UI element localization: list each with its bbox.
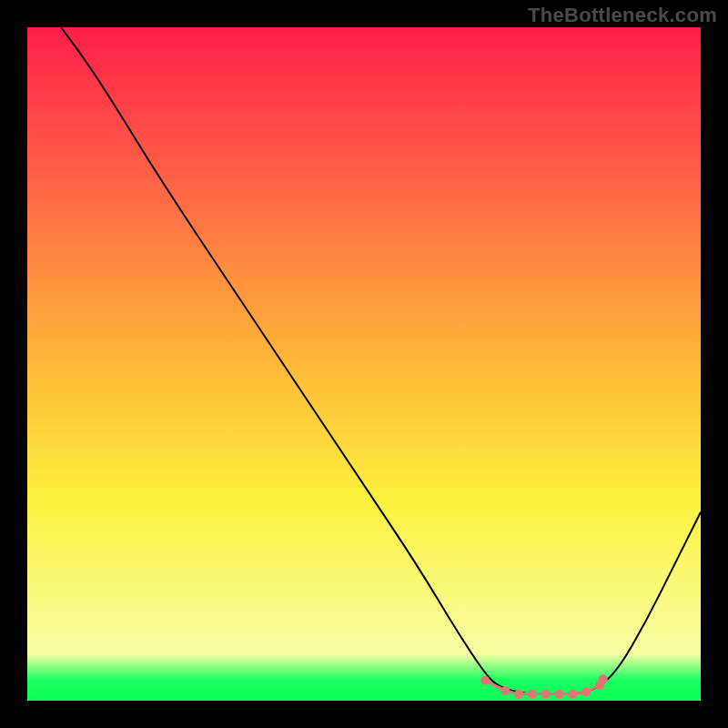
plot-area (27, 27, 701, 701)
min-marker (480, 676, 490, 685)
min-marker (500, 686, 510, 695)
min-marker (581, 687, 591, 696)
min-marker (514, 690, 523, 699)
chart-frame: TheBottleneck.com (0, 0, 728, 728)
min-marker (555, 690, 564, 699)
min-marker (599, 674, 608, 683)
watermark-text: TheBottleneck.com (528, 4, 717, 27)
min-marker (528, 690, 537, 699)
markers-layer (27, 27, 701, 701)
min-marker (568, 690, 577, 699)
min-marker (541, 690, 551, 699)
